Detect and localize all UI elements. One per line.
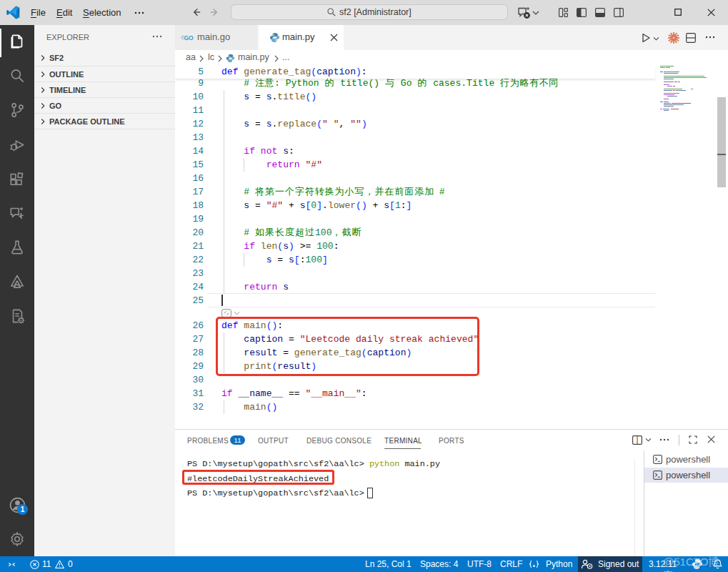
svg-text:GO: GO — [184, 34, 194, 41]
